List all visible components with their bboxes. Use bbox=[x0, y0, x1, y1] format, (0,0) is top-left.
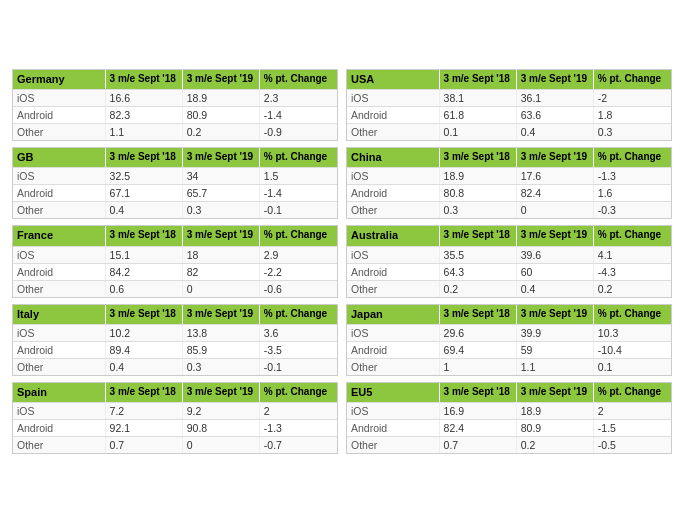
header-cell-1: 3 m/e Sept '18 bbox=[106, 383, 183, 402]
data-cell-2: 36.1 bbox=[517, 90, 594, 106]
os-label: Other bbox=[347, 202, 440, 218]
data-cell-2: 1.1 bbox=[517, 359, 594, 375]
data-row: Android61.863.61.8 bbox=[347, 106, 671, 123]
data-cell-3: -2 bbox=[594, 90, 671, 106]
data-cell-3: -2.2 bbox=[260, 264, 337, 280]
country-name-cell: USA bbox=[347, 70, 440, 89]
header-cell-2: 3 m/e Sept '19 bbox=[183, 383, 260, 402]
country-block-china: China3 m/e Sept '183 m/e Sept '19% pt. C… bbox=[346, 147, 672, 219]
data-cell-1: 0.7 bbox=[106, 437, 183, 453]
data-cell-1: 29.6 bbox=[440, 325, 517, 341]
data-cell-1: 0.4 bbox=[106, 202, 183, 218]
data-cell-2: 85.9 bbox=[183, 342, 260, 358]
header-row-china: China3 m/e Sept '183 m/e Sept '19% pt. C… bbox=[347, 148, 671, 167]
data-cell-2: 80.9 bbox=[517, 420, 594, 436]
header-cell-2: 3 m/e Sept '19 bbox=[517, 226, 594, 245]
header-row-gb: GB3 m/e Sept '183 m/e Sept '19% pt. Chan… bbox=[13, 148, 337, 167]
os-label: Android bbox=[13, 420, 106, 436]
data-cell-1: 92.1 bbox=[106, 420, 183, 436]
data-row: Android64.360-4.3 bbox=[347, 263, 671, 280]
header-cell-3: % pt. Change bbox=[260, 383, 337, 402]
os-label: Other bbox=[347, 437, 440, 453]
country-block-germany: Germany3 m/e Sept '183 m/e Sept '19% pt.… bbox=[12, 69, 338, 141]
header-cell-3: % pt. Change bbox=[594, 305, 671, 324]
data-cell-3: -1.4 bbox=[260, 185, 337, 201]
data-row: Other0.10.40.3 bbox=[347, 123, 671, 140]
data-cell-3: 0.1 bbox=[594, 359, 671, 375]
data-cell-2: 90.8 bbox=[183, 420, 260, 436]
data-row: iOS35.539.64.1 bbox=[347, 246, 671, 263]
data-cell-2: 39.6 bbox=[517, 247, 594, 263]
data-row: iOS15.1182.9 bbox=[13, 246, 337, 263]
header-cell-1: 3 m/e Sept '18 bbox=[440, 70, 517, 89]
data-cell-3: 10.3 bbox=[594, 325, 671, 341]
country-block-eu5: EU53 m/e Sept '183 m/e Sept '19% pt. Cha… bbox=[346, 382, 672, 454]
country-block-australia: Australia3 m/e Sept '183 m/e Sept '19% p… bbox=[346, 225, 672, 297]
left-column: Germany3 m/e Sept '183 m/e Sept '19% pt.… bbox=[12, 69, 338, 454]
header-cell-2: 3 m/e Sept '19 bbox=[183, 70, 260, 89]
os-label: iOS bbox=[347, 403, 440, 419]
os-label: iOS bbox=[13, 90, 106, 106]
data-cell-1: 1 bbox=[440, 359, 517, 375]
country-name-cell: Spain bbox=[13, 383, 106, 402]
data-cell-2: 59 bbox=[517, 342, 594, 358]
data-cell-3: -4.3 bbox=[594, 264, 671, 280]
data-row: Other0.60-0.6 bbox=[13, 280, 337, 297]
data-cell-2: 0.3 bbox=[183, 359, 260, 375]
os-label: iOS bbox=[13, 168, 106, 184]
header-row-usa: USA3 m/e Sept '183 m/e Sept '19% pt. Cha… bbox=[347, 70, 671, 89]
data-cell-2: 34 bbox=[183, 168, 260, 184]
header-cell-1: 3 m/e Sept '18 bbox=[106, 305, 183, 324]
country-name-cell: GB bbox=[13, 148, 106, 167]
data-cell-2: 60 bbox=[517, 264, 594, 280]
data-cell-3: 3.6 bbox=[260, 325, 337, 341]
header-row-australia: Australia3 m/e Sept '183 m/e Sept '19% p… bbox=[347, 226, 671, 245]
data-cell-2: 65.7 bbox=[183, 185, 260, 201]
os-label: Android bbox=[347, 420, 440, 436]
os-label: Other bbox=[13, 437, 106, 453]
data-cell-1: 0.3 bbox=[440, 202, 517, 218]
data-cell-2: 0.3 bbox=[183, 202, 260, 218]
header-row-eu5: EU53 m/e Sept '183 m/e Sept '19% pt. Cha… bbox=[347, 383, 671, 402]
data-row: Android67.165.7-1.4 bbox=[13, 184, 337, 201]
os-label: Other bbox=[13, 281, 106, 297]
data-row: Android80.882.41.6 bbox=[347, 184, 671, 201]
header-cell-1: 3 m/e Sept '18 bbox=[106, 70, 183, 89]
data-row: Other11.10.1 bbox=[347, 358, 671, 375]
header-row-spain: Spain3 m/e Sept '183 m/e Sept '19% pt. C… bbox=[13, 383, 337, 402]
data-cell-3: -1.3 bbox=[260, 420, 337, 436]
data-row: iOS10.213.83.6 bbox=[13, 324, 337, 341]
header-cell-2: 3 m/e Sept '19 bbox=[183, 148, 260, 167]
header-cell-2: 3 m/e Sept '19 bbox=[183, 226, 260, 245]
data-cell-2: 0 bbox=[183, 437, 260, 453]
os-label: Android bbox=[13, 264, 106, 280]
data-row: Other0.30-0.3 bbox=[347, 201, 671, 218]
header-cell-2: 3 m/e Sept '19 bbox=[183, 305, 260, 324]
country-block-spain: Spain3 m/e Sept '183 m/e Sept '19% pt. C… bbox=[12, 382, 338, 454]
data-cell-2: 18 bbox=[183, 247, 260, 263]
data-cell-2: 18.9 bbox=[183, 90, 260, 106]
data-cell-1: 0.1 bbox=[440, 124, 517, 140]
data-cell-2: 0.2 bbox=[517, 437, 594, 453]
os-label: Other bbox=[347, 124, 440, 140]
data-cell-1: 10.2 bbox=[106, 325, 183, 341]
os-label: iOS bbox=[13, 325, 106, 341]
data-cell-1: 1.1 bbox=[106, 124, 183, 140]
data-cell-2: 82.4 bbox=[517, 185, 594, 201]
data-cell-3: -10.4 bbox=[594, 342, 671, 358]
data-cell-1: 0.4 bbox=[106, 359, 183, 375]
header-row-germany: Germany3 m/e Sept '183 m/e Sept '19% pt.… bbox=[13, 70, 337, 89]
os-label: Android bbox=[347, 342, 440, 358]
data-cell-2: 63.6 bbox=[517, 107, 594, 123]
header-cell-2: 3 m/e Sept '19 bbox=[517, 305, 594, 324]
data-row: iOS18.917.6-1.3 bbox=[347, 167, 671, 184]
country-name-cell: EU5 bbox=[347, 383, 440, 402]
header-cell-1: 3 m/e Sept '18 bbox=[440, 383, 517, 402]
data-cell-2: 17.6 bbox=[517, 168, 594, 184]
header-cell-3: % pt. Change bbox=[594, 70, 671, 89]
os-label: Android bbox=[13, 107, 106, 123]
os-label: iOS bbox=[347, 90, 440, 106]
data-row: Android69.459-10.4 bbox=[347, 341, 671, 358]
header-cell-3: % pt. Change bbox=[260, 226, 337, 245]
data-row: iOS7.29.22 bbox=[13, 402, 337, 419]
